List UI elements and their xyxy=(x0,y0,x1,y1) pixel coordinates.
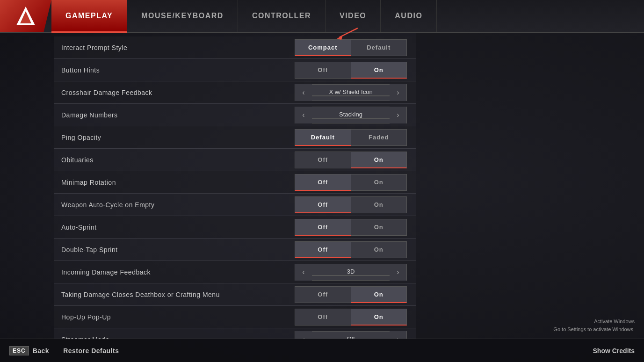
toggle-off-hop-up-popup[interactable]: Off xyxy=(295,309,351,326)
toggle-off-auto-sprint[interactable]: Off xyxy=(295,219,351,236)
svg-marker-3 xyxy=(337,35,343,40)
toggle-group-obituaries: OffOn xyxy=(295,152,407,168)
setting-row-crosshair-damage-feedback: Crosshair Damage Feedback‹X w/ Shield Ic… xyxy=(54,81,416,104)
arrow-left-incoming-damage-feedback[interactable]: ‹ xyxy=(295,264,312,281)
top-nav: GAMEPLAY MOUSE/KEYBOARD CONTROLLER VIDEO… xyxy=(0,0,644,33)
option-btn-ping-opacity-1[interactable]: Faded xyxy=(351,129,407,146)
setting-control-obituaries: OffOn xyxy=(295,152,407,168)
toggle-group-minimap-rotation: OffOn xyxy=(295,174,407,191)
settings-panel: Interact Prompt StyleCompactDefaultButto… xyxy=(0,33,416,339)
arrow-right-streamer-mode[interactable]: › xyxy=(390,331,406,339)
right-panel xyxy=(416,33,644,339)
bottom-bar: ESC Back Restore Defaults Show Credits xyxy=(0,339,644,362)
setting-label-streamer-mode: Streamer Mode xyxy=(54,330,295,339)
setting-label-ping-opacity: Ping Opacity xyxy=(54,128,295,147)
apex-logo-icon xyxy=(14,5,37,27)
toggle-off-taking-damage-closes[interactable]: Off xyxy=(295,286,351,303)
setting-control-double-tap-sprint: OffOn xyxy=(295,241,407,258)
show-credits-button[interactable]: Show Credits xyxy=(593,347,635,355)
arrow-right-crosshair-damage-feedback[interactable]: › xyxy=(390,84,406,101)
setting-control-taking-damage-closes: OffOn xyxy=(295,286,407,303)
setting-row-ping-opacity: Ping OpacityDefaultFaded xyxy=(54,126,416,149)
setting-row-taking-damage-closes: Taking Damage Closes Deathbox or Craftin… xyxy=(54,283,416,306)
option-btn-ping-opacity-0[interactable]: Default xyxy=(295,129,351,146)
setting-row-incoming-damage-feedback: Incoming Damage Feedback‹3D› xyxy=(54,261,416,283)
toggle-on-obituaries[interactable]: On xyxy=(351,152,407,168)
setting-row-interact-prompt-style: Interact Prompt StyleCompactDefault xyxy=(54,36,416,59)
setting-label-incoming-damage-feedback: Incoming Damage Feedback xyxy=(54,263,295,282)
toggle-on-button-hints[interactable]: On xyxy=(351,62,407,79)
windows-watermark: Activate Windows Go to Settings to activ… xyxy=(553,318,635,334)
setting-row-hop-up-popup: Hop-Up Pop-UpOffOn xyxy=(54,306,416,328)
option-group-interact-prompt-style: CompactDefault xyxy=(295,39,407,56)
watermark-line1: Activate Windows xyxy=(553,318,635,326)
toggle-group-auto-sprint: OffOn xyxy=(295,219,407,236)
toggle-off-weapon-auto-cycle[interactable]: Off xyxy=(295,196,351,213)
toggle-on-auto-sprint[interactable]: On xyxy=(351,219,407,236)
setting-label-taking-damage-closes: Taking Damage Closes Deathbox or Craftin… xyxy=(54,285,295,304)
selector-value-damage-numbers: Stacking xyxy=(312,111,390,119)
toggle-group-button-hints: OffOn xyxy=(295,62,407,79)
arrow-right-damage-numbers[interactable]: › xyxy=(390,107,406,123)
setting-label-double-tap-sprint: Double-Tap Sprint xyxy=(54,240,295,259)
setting-control-damage-numbers: ‹Stacking› xyxy=(295,107,407,123)
tab-gameplay[interactable]: GAMEPLAY xyxy=(51,0,127,32)
setting-control-crosshair-damage-feedback: ‹X w/ Shield Icon› xyxy=(295,84,407,101)
setting-control-auto-sprint: OffOn xyxy=(295,219,407,236)
tab-controller[interactable]: CONTROLLER xyxy=(238,0,326,32)
arrow-right-incoming-damage-feedback[interactable]: › xyxy=(390,264,406,281)
tab-audio[interactable]: AUDIO xyxy=(381,0,437,32)
setting-label-crosshair-damage-feedback: Crosshair Damage Feedback xyxy=(54,83,295,102)
setting-row-auto-sprint: Auto-SprintOffOn xyxy=(54,216,416,239)
option-btn-interact-prompt-style-0[interactable]: Compact xyxy=(295,39,351,56)
settings-list[interactable]: Interact Prompt StyleCompactDefaultButto… xyxy=(0,33,416,339)
show-credits-label: Show Credits xyxy=(593,347,635,355)
setting-control-incoming-damage-feedback: ‹3D› xyxy=(295,264,407,281)
back-button[interactable]: ESC Back xyxy=(9,346,49,355)
option-btn-interact-prompt-style-1[interactable]: Default xyxy=(351,39,407,56)
toggle-on-taking-damage-closes[interactable]: On xyxy=(351,286,407,303)
arrow-indicator-icon xyxy=(325,26,362,40)
toggle-on-minimap-rotation[interactable]: On xyxy=(351,174,407,191)
setting-row-damage-numbers: Damage Numbers‹Stacking› xyxy=(54,104,416,126)
esc-key-label: ESC xyxy=(9,346,29,355)
setting-control-weapon-auto-cycle: OffOn xyxy=(295,196,407,213)
arrow-left-crosshair-damage-feedback[interactable]: ‹ xyxy=(295,84,312,101)
setting-label-obituaries: Obituaries xyxy=(54,151,295,169)
arrow-selector-streamer-mode: ‹Off› xyxy=(295,331,407,339)
setting-label-weapon-auto-cycle: Weapon Auto-Cycle on Empty xyxy=(54,195,295,214)
setting-row-weapon-auto-cycle: Weapon Auto-Cycle on EmptyOffOn xyxy=(54,194,416,216)
toggle-off-double-tap-sprint[interactable]: Off xyxy=(295,241,351,258)
setting-row-minimap-rotation: Minimap RotationOffOn xyxy=(54,171,416,194)
setting-label-minimap-rotation: Minimap Rotation xyxy=(54,173,295,192)
arrow-left-streamer-mode[interactable]: ‹ xyxy=(295,331,312,339)
arrow-selector-damage-numbers: ‹Stacking› xyxy=(295,107,407,123)
setting-control-ping-opacity: DefaultFaded xyxy=(295,129,407,146)
toggle-off-obituaries[interactable]: Off xyxy=(295,152,351,168)
toggle-on-weapon-auto-cycle[interactable]: On xyxy=(351,196,407,213)
tab-mouse-keyboard[interactable]: MOUSE/KEYBOARD xyxy=(127,0,238,32)
restore-defaults-button[interactable]: Restore Defaults xyxy=(63,347,119,355)
arrow-left-damage-numbers[interactable]: ‹ xyxy=(295,107,312,123)
toggle-off-minimap-rotation[interactable]: Off xyxy=(295,174,351,191)
toggle-off-button-hints[interactable]: Off xyxy=(295,62,351,79)
setting-label-hop-up-popup: Hop-Up Pop-Up xyxy=(54,308,295,326)
toggle-on-double-tap-sprint[interactable]: On xyxy=(351,241,407,258)
toggle-group-hop-up-popup: OffOn xyxy=(295,309,407,326)
arrow-selector-incoming-damage-feedback: ‹3D› xyxy=(295,264,407,281)
setting-label-auto-sprint: Auto-Sprint xyxy=(54,218,295,237)
setting-row-button-hints: Button HintsOffOn xyxy=(54,59,416,81)
selector-value-crosshair-damage-feedback: X w/ Shield Icon xyxy=(312,88,390,96)
setting-label-interact-prompt-style: Interact Prompt Style xyxy=(54,38,295,57)
setting-label-button-hints: Button Hints xyxy=(54,61,295,80)
toggle-on-hop-up-popup[interactable]: On xyxy=(351,309,407,326)
setting-control-minimap-rotation: OffOn xyxy=(295,174,407,191)
setting-control-streamer-mode: ‹Off› xyxy=(295,331,407,339)
restore-defaults-label: Restore Defaults xyxy=(63,347,119,355)
logo-area xyxy=(0,0,51,32)
arrow-selector-crosshair-damage-feedback: ‹X w/ Shield Icon› xyxy=(295,84,407,101)
setting-row-streamer-mode: Streamer Mode‹Off› xyxy=(54,328,416,339)
toggle-group-double-tap-sprint: OffOn xyxy=(295,241,407,258)
setting-control-interact-prompt-style: CompactDefault xyxy=(295,39,407,56)
setting-row-double-tap-sprint: Double-Tap SprintOffOn xyxy=(54,239,416,261)
